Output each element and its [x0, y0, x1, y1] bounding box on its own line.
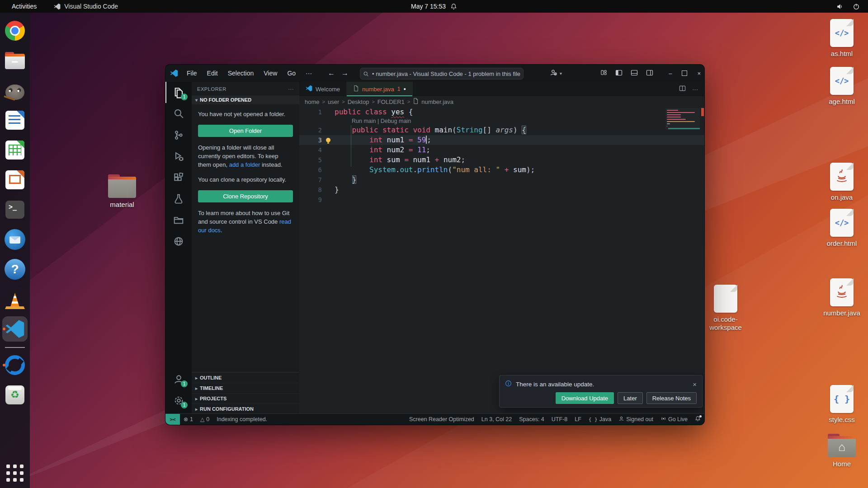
dock-chrome-icon[interactable]	[2, 18, 28, 43]
add-folder-link[interactable]: add a folder	[229, 161, 260, 168]
more-actions-icon[interactable]: ···	[692, 86, 698, 93]
activity-settings-icon[interactable]: 1	[165, 390, 192, 411]
command-center-search[interactable]: • number.java - Visual Studio Code - 1 p…	[360, 68, 524, 80]
explorer-more-actions-icon[interactable]: ···	[288, 86, 294, 92]
lightbulb-icon[interactable]	[326, 138, 330, 142]
activity-library-icon[interactable]	[165, 209, 192, 230]
dock-updater-icon[interactable]	[2, 352, 28, 378]
desktop-icon-age-html[interactable]: </>age.html	[815, 67, 868, 106]
desktop-icon-home[interactable]: ⌂Home	[815, 436, 868, 468]
menu-selection[interactable]: Selection	[224, 68, 258, 79]
dock-files-icon[interactable]	[2, 48, 28, 73]
activity-extensions-icon[interactable]	[165, 167, 192, 188]
status-utf-8[interactable]: UTF-8	[548, 414, 571, 425]
accounts-icon[interactable]	[550, 69, 557, 78]
activity-accounts-icon[interactable]: 1	[165, 369, 192, 390]
sidebar-section-timeline[interactable]: ▸TIMELINE	[192, 383, 299, 393]
desktop-icon-oi-workspace[interactable]: oi.code-workspace	[698, 285, 753, 332]
desktop-icon-as-html[interactable]: </>as.html	[815, 19, 868, 58]
status-screen-reader-optimized[interactable]: Screen Reader Optimized	[406, 414, 478, 425]
activity-explorer-icon[interactable]: 1	[165, 82, 192, 103]
breadcrumb-item[interactable]: Desktop	[348, 99, 369, 105]
desktop-icon-order-html[interactable]: </>order.html	[815, 209, 868, 248]
breadcrumb[interactable]: home>user>Desktop>FOLDER1>number.java	[299, 96, 704, 107]
title-bar[interactable]: FileEditSelectionViewGo··· ← → • number.…	[165, 65, 704, 82]
code-line-3[interactable]: 3 int num1 = 59;	[299, 135, 704, 145]
sidebar-section-outline[interactable]: ▸OUTLINE	[192, 372, 299, 383]
clone-repository-button[interactable]: Clone Repository	[198, 190, 293, 202]
modified-dot-icon[interactable]: ●	[403, 87, 406, 91]
chevron-down-icon[interactable]: ▾	[560, 71, 562, 76]
release-notes-button[interactable]: Release Notes	[646, 392, 697, 404]
code-line-4[interactable]: 4 int num2 = 11;	[299, 145, 704, 155]
app-grid-icon[interactable]	[6, 465, 24, 482]
tab-number-java[interactable]: number.java1●	[347, 82, 413, 96]
code-line-2[interactable]: 2 public static void main(String[] args)…	[299, 125, 704, 135]
code-line-7[interactable]: 7 }	[299, 175, 704, 185]
activity-search-icon[interactable]	[165, 103, 192, 124]
dock-vlc-icon[interactable]	[2, 286, 28, 312]
status-warning[interactable]: △0	[197, 414, 213, 425]
status-bell[interactable]	[691, 414, 704, 425]
nav-back-icon[interactable]: ←	[328, 69, 335, 77]
later-button[interactable]: Later	[618, 392, 643, 404]
activity-run-debug-icon[interactable]	[165, 145, 192, 167]
customize-layout-icon[interactable]	[600, 69, 607, 77]
toggle-panel-icon[interactable]	[631, 69, 638, 78]
dock-libreoffice-calc-icon[interactable]	[2, 137, 28, 163]
maximize-button[interactable]	[682, 70, 687, 76]
code-editor[interactable]: 1public class yes {Run main | Debug main…	[299, 107, 704, 414]
status-spaces-4[interactable]: Spaces: 4	[515, 414, 548, 425]
status-ln-3-col-22[interactable]: Ln 3, Col 22	[478, 414, 515, 425]
code-line-9[interactable]: 9	[299, 195, 704, 205]
menu-edit[interactable]: Edit	[203, 68, 222, 79]
open-folder-button[interactable]: Open Folder	[198, 125, 293, 137]
tab-welcome[interactable]: Welcome	[299, 82, 347, 96]
close-icon[interactable]: ×	[693, 380, 697, 388]
status-indexing-completed-[interactable]: Indexing completed.	[213, 414, 271, 425]
dock-help-icon[interactable]: ?	[2, 257, 28, 282]
dock-trash-icon[interactable]: ♻	[2, 382, 28, 408]
breadcrumb-item[interactable]: FOLDER1	[377, 99, 405, 105]
breadcrumb-item[interactable]: user	[328, 99, 339, 105]
split-editor-icon[interactable]	[679, 85, 686, 93]
dock-libreoffice-writer-icon[interactable]	[2, 108, 28, 133]
activity-testing-icon[interactable]	[165, 188, 192, 209]
status-lf[interactable]: LF	[571, 414, 585, 425]
menu-[interactable]: ···	[302, 68, 316, 79]
menu-go[interactable]: Go	[283, 68, 300, 79]
dock-gimp-icon[interactable]	[2, 78, 28, 103]
close-button[interactable]: ×	[697, 70, 701, 77]
code-line-6[interactable]: 6 System.out.println("num all: " + sum);	[299, 165, 704, 175]
status-error[interactable]: ⊗1	[180, 414, 197, 425]
code-line-1[interactable]: 1public class yes {	[299, 107, 704, 117]
dock-vscode-icon[interactable]	[2, 316, 28, 342]
toggle-sidebar-icon[interactable]	[615, 69, 623, 78]
desktop-icon-number-java[interactable]: number.java	[815, 278, 868, 317]
no-folder-section-header[interactable]: ▾ NO FOLDER OPENED	[192, 95, 299, 104]
desktop-icon-style-css[interactable]: { }style.css	[815, 385, 868, 424]
focused-app-indicator[interactable]: Visual Studio Code	[54, 3, 118, 10]
activity-source-control-icon[interactable]	[165, 124, 192, 145]
dock-terminal-icon[interactable]: >_	[2, 197, 28, 222]
download-update-button[interactable]: Download Update	[556, 392, 614, 404]
system-status-area[interactable]	[836, 3, 868, 10]
minimize-button[interactable]: –	[669, 70, 672, 77]
menu-view[interactable]: View	[259, 68, 281, 79]
menu-file[interactable]: File	[183, 68, 201, 79]
codelens-run-debug[interactable]: Run main | Debug main	[299, 117, 704, 125]
code-line-5[interactable]: 5 int sum = num1 + num2;	[299, 155, 704, 165]
desktop-icon-on-java[interactable]: on.java	[815, 163, 868, 202]
remote-indicator[interactable]: ><	[165, 414, 180, 425]
breadcrumb-item[interactable]: home	[305, 99, 320, 105]
clock[interactable]: May 7 15:53	[411, 3, 446, 10]
nav-forward-icon[interactable]: →	[341, 69, 349, 77]
activities-button[interactable]: Activities	[12, 3, 37, 10]
status-broadcast[interactable]: Go Live	[657, 414, 691, 425]
dock-thunderbird-icon[interactable]	[2, 227, 28, 252]
status-account[interactable]: Signed out	[615, 414, 657, 425]
sidebar-section-run-configuration[interactable]: ▸RUN CONFIGURATION	[192, 404, 299, 414]
status-braces[interactable]: { }Java	[585, 414, 615, 425]
activity-remote-icon[interactable]	[165, 230, 192, 252]
sidebar-section-projects[interactable]: ▸PROJECTS	[192, 393, 299, 404]
